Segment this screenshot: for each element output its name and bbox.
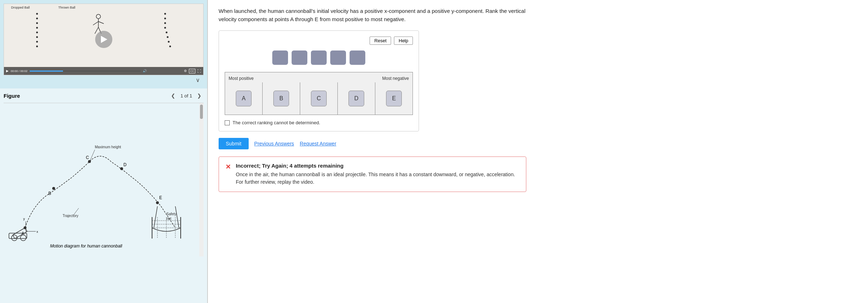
svg-text:y: y [23, 217, 25, 221]
play-pause-btn[interactable]: ▶ [6, 69, 9, 73]
question-text: When launched, the human cannonball's in… [219, 7, 541, 23]
progress-bar[interactable] [30, 71, 141, 72]
prev-figure-btn[interactable]: ❮ [169, 92, 177, 99]
figure-scroll-area: A B C D E Maximum height Trajectory Safe… [4, 103, 204, 256]
play-button[interactable] [95, 31, 112, 48]
play-icon [101, 36, 107, 43]
submit-button[interactable]: Submit [219, 138, 249, 149]
figure-title: Figure [4, 93, 20, 99]
previous-answers-button[interactable]: Previous Answers [254, 141, 294, 146]
undetermined-row: The correct ranking cannot be determined… [225, 120, 413, 125]
widget-toolbar: Reset Help [225, 37, 413, 45]
svg-line-3 [98, 21, 104, 24]
ranking-widget: Reset Help Most positive Most negative A… [219, 30, 419, 131]
request-answer-button[interactable]: Request Answer [300, 141, 336, 146]
feedback-text: Once in the air, the human cannonball is… [236, 171, 520, 186]
undetermined-checkbox[interactable] [225, 120, 230, 125]
feedback-content: Incorrect; Try Again; 4 attempts remaini… [236, 163, 520, 186]
svg-point-8 [88, 160, 91, 163]
figure-nav: ❮ 1 of 1 ❯ [169, 92, 204, 99]
video-labels: Dropped Ball Thrown Ball [11, 6, 75, 9]
most-negative-label: Most negative [382, 76, 409, 81]
video-thumbnail[interactable]: Dropped Ball Thrown Ball [4, 4, 204, 75]
motion-diagram: A B C D E Maximum height Trajectory Safe… [4, 106, 204, 256]
feedback-box: ✕ Incorrect; Try Again; 4 attempts remai… [219, 157, 526, 192]
fullscreen-btn[interactable]: ⛶ [198, 69, 201, 73]
rank-item-e[interactable]: E [386, 91, 402, 106]
svg-text:net: net [166, 217, 171, 221]
motion-diagram-svg: A B C D E Maximum height Trajectory Safe… [4, 106, 190, 249]
dot-col-2 [159, 13, 171, 47]
rank-item-c[interactable]: C [311, 91, 327, 106]
svg-text:Motion diagram for human canno: Motion diagram for human cannonball [50, 244, 122, 249]
rank-slot-5[interactable]: E [375, 82, 413, 115]
svg-text:Trajectory: Trajectory [63, 214, 78, 218]
svg-point-9 [120, 167, 123, 170]
volume-btn[interactable]: 🔊 [143, 69, 147, 73]
video-container: Dropped Ball Thrown Ball [0, 0, 207, 88]
svg-text:x: x [36, 230, 38, 234]
svg-point-7 [52, 187, 55, 190]
next-figure-btn[interactable]: ❯ [195, 92, 204, 99]
ranking-slots-inner: A B C D E [225, 82, 413, 115]
svg-text:B: B [48, 191, 51, 196]
rank-slot-3[interactable]: C [300, 82, 338, 115]
right-panel: When launched, the human cannonball's in… [208, 0, 868, 303]
dot-col-1 [36, 13, 38, 47]
undetermined-label: The correct ranking cannot be determined… [233, 120, 320, 125]
svg-text:Maximum height: Maximum height [95, 145, 121, 149]
video-controls: ▶ 00:00 / 00:02 🔊 ⚙ CC ⛶ [4, 67, 203, 75]
svg-line-26 [154, 206, 157, 228]
feedback-title: Incorrect; Try Again; 4 attempts remaini… [236, 163, 520, 169]
slot-labels: Most positive Most negative [225, 74, 413, 83]
draggable-items-area [225, 50, 413, 65]
progress-fill [30, 71, 63, 72]
most-positive-label: Most positive [229, 76, 254, 81]
rank-slot-1[interactable]: A [225, 82, 263, 115]
svg-line-27 [175, 206, 179, 228]
draggable-item-1[interactable] [272, 50, 288, 65]
figure-header: Figure ❮ 1 of 1 ❯ [4, 92, 204, 99]
svg-text:D: D [123, 162, 127, 167]
left-panel: Dropped Ball Thrown Ball [0, 0, 208, 303]
svg-text:C: C [86, 155, 89, 160]
draggable-item-3[interactable] [311, 50, 327, 65]
svg-text:Safety: Safety [166, 212, 176, 216]
help-button[interactable]: Help [394, 37, 413, 45]
thrown-ball-label: Thrown Ball [58, 6, 75, 9]
svg-line-2 [93, 21, 98, 25]
rank-slot-2[interactable]: B [263, 82, 300, 115]
svg-point-10 [156, 201, 159, 204]
draggable-item-4[interactable] [330, 50, 346, 65]
rank-item-b[interactable]: B [273, 91, 289, 106]
page-count: 1 of 1 [180, 93, 192, 98]
collapse-arrow[interactable]: ∨ [4, 75, 204, 85]
rank-item-d[interactable]: D [348, 91, 364, 106]
svg-text:E: E [159, 195, 162, 200]
rank-item-a[interactable]: A [236, 91, 252, 106]
rank-slot-4[interactable]: D [338, 82, 375, 115]
reset-button[interactable]: Reset [370, 37, 391, 45]
ranking-slots: Most positive Most negative A B C D E [225, 72, 413, 115]
svg-point-0 [96, 14, 101, 19]
settings-icon[interactable]: ⚙ [184, 69, 187, 73]
draggable-item-5[interactable] [350, 50, 365, 65]
time-label: 00:00 / 00:02 [11, 69, 28, 73]
draggable-item-2[interactable] [292, 50, 307, 65]
figure-section: Figure ❮ 1 of 1 ❯ [0, 88, 207, 303]
dropped-ball-label: Dropped Ball [11, 6, 30, 9]
action-row: Submit Previous Answers Request Answer [219, 138, 857, 149]
error-icon: ✕ [225, 163, 231, 171]
cc-btn[interactable]: CC [189, 69, 195, 73]
